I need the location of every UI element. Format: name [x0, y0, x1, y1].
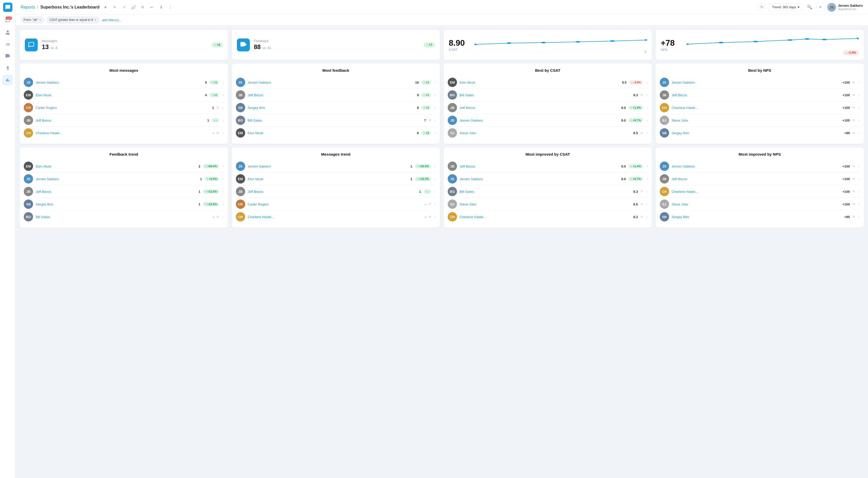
row-arrow[interactable]: › — [223, 164, 224, 168]
person-name[interactable]: Jeroen Sakkers — [36, 177, 194, 181]
person-name[interactable]: Steve Jobs — [460, 202, 630, 206]
filter-chip-csat[interactable]: CSAT greater than or equal to 8 × — [46, 16, 99, 23]
row-arrow[interactable]: › — [435, 177, 436, 181]
person-name[interactable]: Jeff Bezos — [36, 118, 202, 122]
user-avatar-area[interactable]: JS Jeroen Sakkers Superboss Inc. — [827, 3, 863, 12]
search-button[interactable]: 🔍 — [805, 3, 814, 11]
row-arrow[interactable]: › — [859, 106, 860, 110]
row-arrow[interactable]: › — [859, 131, 860, 135]
row-arrow[interactable]: › — [223, 93, 224, 97]
person-name[interactable]: Bill Gates — [460, 190, 630, 194]
row-arrow[interactable]: › — [435, 80, 436, 84]
row-arrow[interactable]: › — [223, 106, 224, 110]
person-name[interactable]: Steve Jobs — [672, 202, 840, 206]
row-arrow[interactable]: › — [647, 118, 648, 122]
person-name[interactable]: Jeff Bezos — [672, 93, 840, 97]
sidebar-item-reports[interactable] — [3, 75, 13, 85]
person-name[interactable]: Charlene Hawki... — [460, 215, 630, 219]
person-name[interactable]: Bill Gates — [460, 93, 630, 97]
row-arrow[interactable]: › — [647, 202, 648, 206]
refresh-button[interactable]: ↻ — [758, 3, 766, 11]
person-name[interactable]: Jeff Bezos — [460, 106, 618, 110]
person-name[interactable]: Sergey Brin — [248, 106, 411, 110]
more-icon-btn[interactable]: ⋮ — [167, 3, 175, 11]
person-name[interactable]: Charlene Hawki... — [36, 131, 206, 135]
person-name[interactable]: Elon Musk — [460, 80, 619, 84]
row-arrow[interactable]: › — [223, 118, 224, 122]
row-arrow[interactable]: › — [223, 131, 224, 135]
row-arrow[interactable]: › — [435, 215, 436, 219]
breadcrumb-reports[interactable]: Reports — [21, 5, 35, 9]
row-arrow[interactable]: › — [859, 215, 860, 219]
row-arrow[interactable]: › — [647, 164, 648, 168]
person-name[interactable]: Charlene Hawki... — [248, 215, 418, 219]
row-arrow[interactable]: › — [435, 118, 436, 122]
person-name[interactable]: Bill Gates — [248, 118, 418, 122]
row-arrow[interactable]: › — [647, 131, 648, 135]
sidebar-item-chat2[interactable] — [3, 51, 13, 61]
row-arrow[interactable]: › — [223, 215, 224, 219]
person-name[interactable]: Sergey Brin — [672, 131, 842, 135]
sidebar-item-contacts[interactable] — [3, 27, 13, 38]
row-arrow[interactable]: › — [435, 164, 436, 168]
row-arrow[interactable]: › — [859, 177, 860, 181]
person-name[interactable]: Jeroen Sakkers — [248, 80, 411, 84]
person-name[interactable]: Jeroen Sakkers — [36, 80, 199, 84]
sidebar-logo[interactable] — [3, 3, 12, 12]
row-arrow[interactable]: › — [859, 93, 860, 97]
row-arrow[interactable]: › — [435, 131, 436, 135]
row-arrow[interactable]: › — [223, 190, 224, 194]
row-arrow[interactable]: › — [435, 202, 436, 206]
person-name[interactable]: Jeff Bezos — [248, 93, 411, 97]
filter-chip-csat-remove[interactable]: × — [94, 18, 96, 22]
sidebar-item-list[interactable] — [3, 39, 13, 49]
person-name[interactable]: Jeroen Sakkers — [672, 164, 840, 168]
row-arrow[interactable]: › — [647, 80, 648, 84]
person-name[interactable]: Jeff Bezos — [248, 190, 413, 194]
trend-selector[interactable]: Trend: 365 days ▾ — [769, 4, 803, 10]
person-name[interactable]: Sergey Brin — [36, 202, 193, 206]
person-name[interactable]: Elon Musk — [248, 131, 411, 135]
sidebar-item-messages[interactable]: 115 — [3, 15, 13, 26]
copy-icon-btn[interactable]: ⧉ — [139, 3, 147, 11]
chart-icon-btn[interactable]: 📈 — [129, 3, 137, 11]
person-name[interactable]: Carter Rogers — [36, 106, 206, 110]
row-arrow[interactable]: › — [859, 202, 860, 206]
person-name[interactable]: Steve Jobs — [672, 118, 840, 122]
person-name[interactable]: Elon Musk — [36, 93, 199, 97]
person-name[interactable]: Elon Musk — [248, 177, 405, 181]
person-name[interactable]: Carter Rogers — [248, 202, 418, 206]
person-name[interactable]: Elon Musk — [36, 164, 193, 168]
person-name[interactable]: Bill Gates — [36, 215, 206, 219]
row-arrow[interactable]: › — [859, 80, 860, 84]
filter-chip-form[interactable]: Form: "all" × — [21, 16, 44, 23]
row-arrow[interactable]: › — [647, 106, 648, 110]
person-name[interactable]: Jeroen Sakkers — [460, 118, 618, 122]
row-arrow[interactable]: › — [647, 190, 648, 194]
row-arrow[interactable]: › — [859, 118, 860, 122]
row-arrow[interactable]: › — [435, 106, 436, 110]
row-arrow[interactable]: › — [435, 190, 436, 194]
person-name[interactable]: Jeff Bezos — [36, 190, 193, 194]
filter-chip-form-remove[interactable]: × — [39, 18, 41, 22]
person-name[interactable]: Steve Jobs — [460, 131, 630, 135]
row-arrow[interactable]: › — [435, 93, 436, 97]
person-name[interactable]: Jeff Bezos — [460, 164, 618, 168]
row-arrow[interactable]: › — [647, 215, 648, 219]
person-name[interactable]: Jeroen Sakkers — [460, 177, 618, 181]
add-filter-link[interactable]: add filter(s)... — [102, 18, 122, 22]
star-icon-btn[interactable]: ★ — [101, 3, 109, 11]
person-name[interactable]: Jeff Bezos — [672, 177, 840, 181]
row-arrow[interactable]: › — [223, 80, 224, 84]
row-arrow[interactable]: › — [647, 177, 648, 181]
download-icon-btn[interactable]: ⬇ — [157, 3, 165, 11]
row-arrow[interactable]: › — [223, 202, 224, 206]
sidebar-item-upload[interactable] — [3, 63, 13, 73]
person-name[interactable]: Charlene Hawki... — [672, 190, 840, 194]
add-button[interactable]: + — [816, 3, 825, 11]
row-arrow[interactable]: › — [859, 164, 860, 168]
reply-icon-btn[interactable]: ↩ — [148, 3, 156, 11]
person-name[interactable]: Sergey Brin — [672, 215, 842, 219]
row-arrow[interactable]: › — [223, 177, 224, 181]
person-name[interactable]: Jeroen Sakkers — [672, 80, 840, 84]
